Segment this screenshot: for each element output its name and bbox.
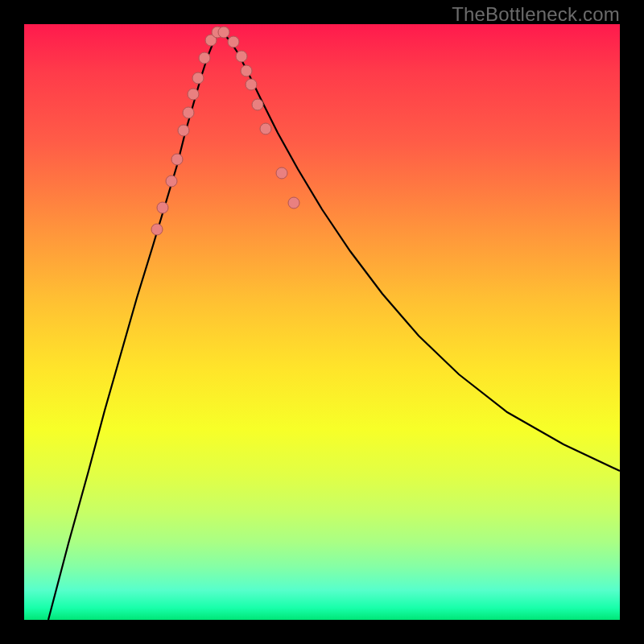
chart-svg — [24, 24, 620, 620]
data-marker — [151, 224, 163, 235]
data-marker — [199, 52, 210, 64]
data-marker — [252, 99, 263, 110]
data-marker — [276, 167, 287, 179]
data-marker — [228, 36, 239, 47]
curve-left — [48, 34, 217, 620]
data-marker — [288, 197, 299, 208]
data-marker — [236, 51, 247, 62]
data-marker — [192, 72, 204, 84]
data-marker — [218, 27, 229, 38]
data-marker — [166, 175, 177, 187]
data-marker — [188, 89, 199, 100]
data-marker — [246, 79, 257, 90]
curve-right — [224, 34, 620, 471]
data-marker — [171, 154, 183, 165]
plot-area — [24, 24, 620, 620]
data-marker — [241, 65, 252, 76]
stage: TheBottleneck.com — [0, 0, 644, 644]
data-marker — [183, 107, 194, 118]
data-marker — [260, 123, 271, 134]
data-marker — [157, 202, 168, 213]
data-marker — [178, 125, 189, 136]
watermark-text: TheBottleneck.com — [452, 3, 620, 26]
